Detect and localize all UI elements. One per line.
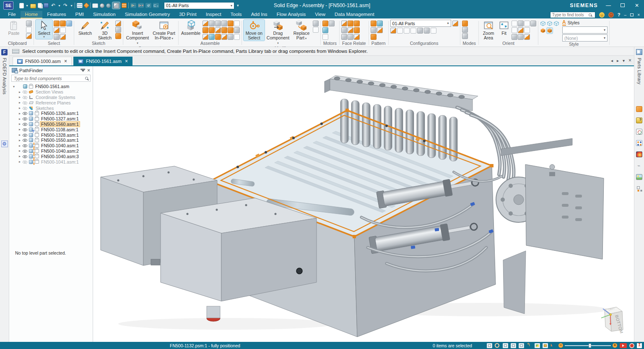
previous-view-icon[interactable]	[527, 343, 532, 348]
visibility-eye-icon[interactable]	[23, 154, 27, 159]
zoom-slider[interactable]: − +	[558, 343, 617, 348]
visibility-eye-icon[interactable]	[23, 106, 27, 110]
highlight-brush-icon[interactable]	[551, 343, 556, 348]
menu-tab[interactable]: PMI	[71, 11, 88, 18]
drag-component-button[interactable]: Drag Component ▾	[266, 20, 290, 46]
match-coordinate-icon[interactable]	[228, 27, 234, 33]
dropdown-arrow-icon[interactable]	[58, 3, 61, 8]
visibility-eye-icon[interactable]	[23, 159, 27, 164]
select-prior-icon[interactable]	[54, 34, 60, 40]
expand-arrow-icon[interactable]: ▸	[18, 117, 21, 121]
mate-icon[interactable]	[203, 27, 208, 33]
menu-tab[interactable]: Flow Analysis	[272, 11, 311, 18]
dropdown-arrow-icon[interactable]	[70, 3, 73, 8]
face-overlay-dropdown[interactable]: (None) ▾	[562, 34, 608, 42]
hyperlink-icon[interactable]	[636, 163, 642, 169]
pathfinder-tree-row[interactable]: ▸ Section Views	[11, 89, 93, 95]
move-on-select-button[interactable]: Move on Select	[244, 20, 265, 41]
zoom-area-button[interactable]: Zoom Area	[480, 20, 496, 41]
face-style-dropdown[interactable]: ▾	[562, 26, 608, 34]
planar-align-icon[interactable]	[203, 34, 208, 40]
equal-radius-icon[interactable]	[354, 27, 360, 33]
rotate-icon[interactable]	[512, 34, 517, 40]
tab-scroll-right-icon[interactable]: ▸	[617, 58, 619, 63]
angle-icon[interactable]	[215, 21, 221, 26]
tab-close-icon[interactable]: ×	[64, 59, 67, 64]
clone-component-icon[interactable]	[371, 27, 377, 33]
select-component-icon[interactable]	[60, 21, 66, 26]
pathfinder-list-icon[interactable]	[77, 3, 83, 8]
rigid-modify-icon[interactable]	[313, 27, 319, 33]
visibility-eye-icon[interactable]	[23, 143, 27, 148]
connect-icon[interactable]	[209, 34, 215, 40]
pathfinder-searchbox[interactable]	[11, 75, 91, 82]
tangent-face-icon[interactable]	[348, 27, 353, 33]
camera-icon[interactable]	[530, 21, 536, 26]
select-small-parts-icon[interactable]	[66, 21, 72, 26]
sphere-wire-icon[interactable]	[106, 3, 111, 8]
offset-face-icon[interactable]	[354, 34, 360, 40]
tab-parts-library[interactable]: Parts Library	[637, 58, 642, 84]
assemble-more-icon[interactable]	[234, 34, 240, 40]
pathfinder-tree-row[interactable]: ▾ FN500-1561.asm	[11, 84, 93, 89]
rigid-set-icon[interactable]	[228, 34, 234, 40]
ribbon-restore-icon[interactable]	[630, 13, 634, 17]
capture-fit-icon[interactable]	[234, 27, 240, 33]
find-tools-input[interactable]	[552, 13, 587, 17]
select-zone-icon[interactable]	[431, 28, 436, 34]
magnifier-icon[interactable]	[495, 343, 500, 348]
expand-arrow-icon[interactable]: ▸	[18, 144, 21, 148]
app-logo[interactable]: SE	[3, 1, 13, 10]
display-configuration-icon[interactable]	[397, 28, 403, 34]
expand-arrow-icon[interactable]: ▸	[18, 106, 21, 110]
create-part-in-place-button[interactable]: Create Part In-Place ▾	[151, 20, 177, 41]
model-viewport[interactable]: LEFT BACK BOTTOM	[93, 66, 634, 342]
parts-library-icon[interactable]	[636, 49, 642, 55]
spin-icon[interactable]	[518, 27, 524, 33]
adjustable-mode-icon[interactable]	[462, 33, 468, 39]
tab-floefd-analysis[interactable]: FLOEFD Analysis	[2, 58, 7, 94]
floefd-logo-icon[interactable]: F	[1, 49, 8, 55]
orange-gem-icon[interactable]	[83, 3, 89, 8]
standard-parts-help-icon[interactable]	[636, 117, 642, 123]
named-views-icon[interactable]	[524, 34, 530, 40]
tab-scroll-left-icon[interactable]: ◂	[611, 58, 613, 63]
motor-table-icon[interactable]	[322, 34, 328, 40]
adjust-icon[interactable]	[313, 21, 319, 26]
menu-tab[interactable]: Home	[21, 11, 43, 18]
visibility-eye-icon[interactable]	[23, 148, 27, 153]
visibility-eye-icon[interactable]	[23, 133, 27, 137]
expand-arrow-icon[interactable]: ▸	[18, 149, 21, 153]
feedback-sad-icon[interactable]: ☹	[608, 12, 614, 18]
mirror-icon[interactable]	[371, 34, 377, 40]
configuration-report-icon[interactable]	[410, 28, 416, 34]
insert-relation-icon[interactable]	[209, 27, 215, 33]
menu-tab[interactable]: Simulation	[88, 11, 120, 18]
pathfinder-tree-row[interactable]: ▸ FN500-1108.asm:1	[11, 127, 93, 132]
separator[interactable]	[75, 3, 75, 8]
relate-delete-icon[interactable]	[138, 3, 144, 8]
assemble-button[interactable]: Assemble	[180, 20, 201, 36]
tab-list-icon[interactable]: ▾	[623, 58, 625, 63]
document-tab[interactable]: FN500-1000.asm ×	[13, 57, 72, 65]
shaded-with-edges-view-icon[interactable]	[547, 28, 553, 34]
look-at-face-icon[interactable]	[518, 21, 524, 26]
visibility-eye-icon[interactable]	[23, 138, 27, 143]
expand-arrow-icon[interactable]: ▸	[18, 101, 21, 104]
simplify-mode-icon[interactable]	[462, 21, 468, 26]
select-box-icon[interactable]	[54, 27, 60, 33]
tangent-icon[interactable]	[215, 27, 221, 33]
tab-close-icon[interactable]: ×	[125, 59, 128, 64]
axial-align-icon[interactable]	[209, 21, 215, 26]
cam-relation-icon[interactable]	[221, 27, 227, 33]
simulate-motor-icon[interactable]	[329, 21, 335, 26]
paste-special-icon[interactable]	[26, 33, 32, 39]
angle-face-icon[interactable]	[348, 34, 353, 40]
pathfinder-tree-row[interactable]: ▸ Coordinate Systems	[11, 95, 93, 100]
sketch-grab-icon[interactable]	[115, 27, 121, 33]
floefd-settings-gear-icon[interactable]: ⚙	[1, 141, 8, 147]
zoom-area-status-icon[interactable]	[511, 343, 516, 348]
shaded-view-icon[interactable]	[540, 28, 546, 34]
display-zone-icon[interactable]	[424, 28, 430, 34]
separator[interactable]	[128, 3, 129, 8]
